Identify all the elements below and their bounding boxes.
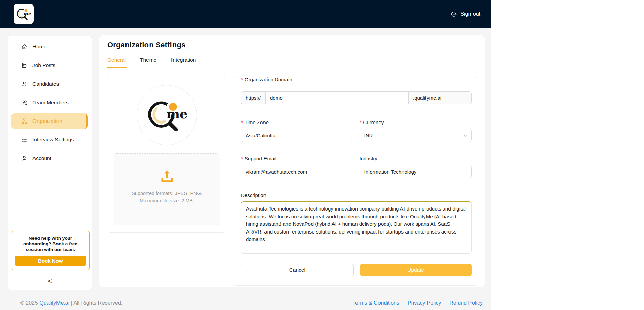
sidebar-item-label: Candidates xyxy=(32,81,59,87)
onboarding-help-card: Need help with your onboarding? Book a f… xyxy=(11,231,90,270)
description-textarea[interactable]: Avadhuta Technologies is a technology in… xyxy=(241,201,472,254)
sidebar-item-label: Interview Settings xyxy=(32,137,74,143)
sidebar-item-interview-settings[interactable]: Interview Settings xyxy=(11,132,88,148)
org-logo-preview xyxy=(137,85,197,145)
help-text-line: onboarding? Book a free xyxy=(15,241,86,247)
time-zone-label: * Time Zone xyxy=(241,118,353,126)
org-chart-icon xyxy=(21,118,27,124)
sidebar-item-organization[interactable]: Organization xyxy=(11,113,88,129)
upload-icon xyxy=(159,168,175,183)
page-title: Organization Settings xyxy=(107,41,186,49)
support-email-input[interactable] xyxy=(241,165,353,178)
help-text-line: Need help with your xyxy=(15,235,86,241)
footer: © 2025 QualifyMe.ai | All Rights Reserve… xyxy=(0,297,491,310)
user-icon xyxy=(21,155,27,161)
description-label: Description xyxy=(241,191,472,199)
app-root: Sign out Home Job Posts Candida xyxy=(0,0,491,310)
update-button[interactable]: Update xyxy=(360,264,472,276)
required-asterisk: * xyxy=(241,119,243,125)
qualifyme-logo-icon xyxy=(145,96,189,134)
sidebar-nav: Home Job Posts Candidates Team Members xyxy=(8,36,92,166)
sidebar-item-team-members[interactable]: Team Members xyxy=(11,95,88,110)
org-logo-card: Supported formats: JPEG, PNG. Maximum fi… xyxy=(107,77,226,233)
sidebar-item-label: Team Members xyxy=(32,99,69,106)
active-tab-indicator xyxy=(107,67,127,68)
team-icon xyxy=(21,99,27,106)
terms-conditions-link[interactable]: Terms & Conditions xyxy=(352,300,399,306)
domain-suffix-addon: .qualifyme.ai xyxy=(409,91,472,104)
list-icon xyxy=(21,137,27,143)
sidebar-item-label: Home xyxy=(32,44,46,50)
currency-label: * Currency xyxy=(360,118,472,126)
required-asterisk: * xyxy=(241,77,243,82)
support-email-label: * Support Email xyxy=(241,155,353,162)
qualifyme-logo-icon xyxy=(16,6,32,21)
cancel-button[interactable]: Cancel xyxy=(241,264,354,276)
home-icon xyxy=(21,44,27,50)
sign-out-button[interactable]: Sign out xyxy=(451,0,480,28)
org-settings-form: * Organization Domain https:// .qualifym… xyxy=(233,77,478,286)
tab-theme[interactable]: Theme xyxy=(140,57,156,63)
refund-policy-link[interactable]: Refund Policy xyxy=(449,300,483,306)
tab-general[interactable]: General xyxy=(107,57,126,63)
industry-input[interactable] xyxy=(360,165,472,178)
industry-label: Industry xyxy=(360,155,472,162)
brand-logo[interactable] xyxy=(14,4,34,24)
organization-domain-input[interactable] xyxy=(265,91,409,104)
upload-size-hint: Maximum file size: 2 MB. xyxy=(114,197,220,204)
organization-domain-label: * Organization Domain xyxy=(241,77,472,83)
help-text-line: session with our team. xyxy=(15,247,86,252)
logout-icon xyxy=(451,11,457,17)
privacy-policy-link[interactable]: Privacy Policy xyxy=(408,300,441,306)
user-icon xyxy=(21,81,27,87)
time-zone-input[interactable] xyxy=(241,129,353,142)
sidebar-item-label: Organization xyxy=(32,118,62,124)
sidebar-item-account[interactable]: Account xyxy=(11,151,88,166)
required-asterisk: * xyxy=(360,119,362,125)
sidebar-item-job-posts[interactable]: Job Posts xyxy=(11,58,88,73)
top-header: Sign out xyxy=(0,0,491,28)
logo-upload-dropzone[interactable]: Supported formats: JPEG, PNG. Maximum fi… xyxy=(114,153,220,225)
organization-domain-group: https:// .qualifyme.ai xyxy=(241,91,472,104)
sidebar-collapse-button[interactable]: < xyxy=(8,277,92,285)
copyright-text: © 2025 QualifyMe.ai | All Rights Reserve… xyxy=(20,300,122,306)
sidebar-item-label: Account xyxy=(32,155,51,161)
required-asterisk: * xyxy=(241,156,243,161)
sidebar-item-label: Job Posts xyxy=(32,62,55,68)
currency-select[interactable] xyxy=(360,129,472,142)
sidebar-item-candidates[interactable]: Candidates xyxy=(11,76,88,92)
qualifyme-link[interactable]: QualifyMe.ai xyxy=(39,300,69,306)
sidebar-item-home[interactable]: Home xyxy=(11,39,88,54)
job-posts-icon xyxy=(21,62,27,68)
sign-out-label: Sign out xyxy=(460,11,480,17)
upload-formats-hint: Supported formats: JPEG, PNG. xyxy=(114,190,220,197)
sidebar: Home Job Posts Candidates Team Members xyxy=(8,36,92,290)
settings-tabs: General Theme Integration xyxy=(99,56,485,68)
domain-protocol-addon: https:// xyxy=(241,91,265,104)
book-now-button[interactable]: Book Now xyxy=(15,256,86,266)
organization-settings-card: Organization Settings General Theme Inte… xyxy=(99,35,485,287)
tab-integration[interactable]: Integration xyxy=(171,57,196,63)
